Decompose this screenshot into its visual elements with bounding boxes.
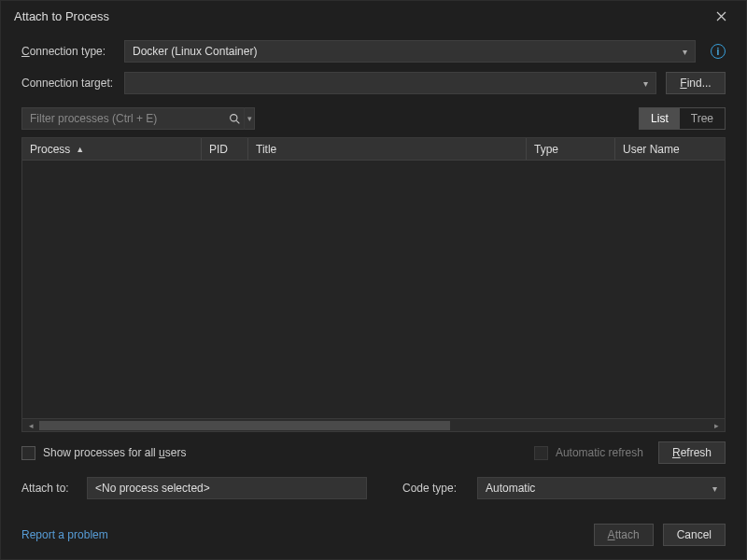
refresh-button[interactable]: Refresh xyxy=(658,441,726,464)
dialog-title: Attach to Process xyxy=(14,9,109,23)
options-row: Show processes for all users Automatic r… xyxy=(21,441,726,464)
options-right: Automatic refresh Refresh xyxy=(534,441,726,464)
connection-type-row: Connection type: Docker (Linux Container… xyxy=(21,40,726,63)
connection-target-dropdown[interactable]: ▾ xyxy=(124,72,656,94)
scrollbar-thumb[interactable] xyxy=(39,421,450,430)
code-type-dropdown[interactable]: Automatic ▾ xyxy=(477,477,726,499)
col-user[interactable]: User Name xyxy=(615,138,725,160)
col-process[interactable]: Process ▲ xyxy=(22,138,202,160)
show-all-users-checkbox[interactable]: Show processes for all users xyxy=(21,446,186,460)
svg-point-0 xyxy=(230,114,236,120)
search-icon xyxy=(229,113,241,125)
dialog-content: Connection type: Docker (Linux Container… xyxy=(1,31,746,559)
attach-button: Attach xyxy=(594,524,654,546)
dialog-footer: Report a problem Attach Cancel xyxy=(21,524,726,546)
connection-type-value: Docker (Linux Container) xyxy=(133,45,257,58)
col-title[interactable]: Title xyxy=(248,138,527,160)
table-header: Process ▲ PID Title Type User Name xyxy=(22,138,725,161)
scroll-left-arrow[interactable]: ◂ xyxy=(24,419,37,432)
code-type-value: Automatic xyxy=(486,482,535,495)
attach-to-field: <No process selected> xyxy=(87,477,367,499)
attach-row: Attach to: <No process selected> Code ty… xyxy=(21,477,726,499)
footer-buttons: Attach Cancel xyxy=(594,524,726,546)
sort-asc-icon: ▲ xyxy=(76,145,84,154)
col-pid[interactable]: PID xyxy=(202,138,248,160)
filter-bar: ▾ List Tree xyxy=(21,107,726,130)
attach-to-process-dialog: Attach to Process Connection type: Docke… xyxy=(0,0,747,560)
search-button[interactable] xyxy=(225,107,244,130)
connection-type-dropdown[interactable]: Docker (Linux Container) ▾ xyxy=(124,40,696,63)
show-all-users-label: Show processes for all users xyxy=(43,446,186,459)
process-table: Process ▲ PID Title Type User Name ◂ ▸ xyxy=(21,137,726,432)
search-options-caret[interactable]: ▾ xyxy=(244,107,255,130)
connection-target-row: Connection target: ▾ Find... xyxy=(21,72,726,94)
view-toggle: List Tree xyxy=(639,107,726,130)
titlebar: Attach to Process xyxy=(1,1,746,31)
filter-input[interactable] xyxy=(21,107,255,130)
info-icon[interactable]: i xyxy=(711,44,726,59)
table-body-empty[interactable] xyxy=(22,161,725,418)
report-problem-link[interactable]: Report a problem xyxy=(21,528,108,541)
view-tree-tab[interactable]: Tree xyxy=(680,108,725,129)
automatic-refresh-checkbox: Automatic refresh xyxy=(534,446,643,460)
horizontal-scrollbar[interactable]: ◂ ▸ xyxy=(22,418,725,431)
view-list-tab[interactable]: List xyxy=(640,108,680,129)
chevron-down-icon: ▾ xyxy=(683,47,687,57)
checkbox-box xyxy=(534,446,548,460)
attach-to-label: Attach to: xyxy=(21,482,78,495)
automatic-refresh-label: Automatic refresh xyxy=(556,446,643,459)
filter-search-wrap: ▾ xyxy=(21,107,255,130)
chevron-down-icon: ▾ xyxy=(643,78,648,89)
svg-line-1 xyxy=(236,120,239,123)
close-button[interactable] xyxy=(705,4,737,28)
col-type[interactable]: Type xyxy=(527,138,615,160)
cancel-button[interactable]: Cancel xyxy=(663,524,726,546)
connection-type-label: Connection type: xyxy=(21,45,115,58)
scroll-right-arrow[interactable]: ▸ xyxy=(710,419,723,432)
code-type-label: Code type: xyxy=(402,482,468,495)
find-button[interactable]: Find... xyxy=(666,72,726,94)
close-icon xyxy=(716,11,726,21)
chevron-down-icon: ▾ xyxy=(712,483,717,494)
connection-target-label: Connection target: xyxy=(21,77,115,90)
checkbox-box xyxy=(21,446,35,460)
